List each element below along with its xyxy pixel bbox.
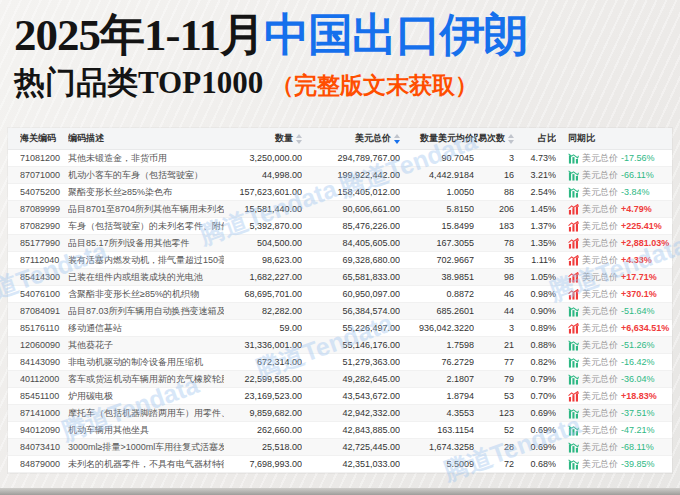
- avg-price-cell: 685.2601: [400, 306, 474, 316]
- yoy-value: +6,634.51%: [621, 323, 669, 333]
- yoy-metric-label: 美元总价: [582, 373, 618, 386]
- share-cell: 1.37%: [514, 221, 556, 231]
- trend-chart-icon: [568, 459, 579, 470]
- table-row: 87084091 品目87.03所列车辆用自动换挡变速箱及其零件 82,282.…: [8, 303, 672, 320]
- description-cell: 其他葵花子: [68, 339, 224, 352]
- share-cell: 0.90%: [514, 306, 556, 316]
- table-row: 71081200 其他未锻造金，非货币用 3,250,000.00 294,78…: [8, 150, 672, 167]
- trade-count-cell: 16: [474, 170, 514, 180]
- share-cell: 0.88%: [514, 340, 556, 350]
- trade-count-cell: 28: [474, 442, 514, 452]
- description-cell: 客车或货运机动车辆用新的充气橡胶轮胎: [68, 373, 224, 386]
- usd-total-cell: 56,384,574.00: [302, 306, 400, 316]
- hs-code-cell: 40112000: [20, 374, 68, 384]
- trend-chart-icon: [568, 323, 579, 334]
- yoy-metric-label: 美元总价: [582, 152, 618, 165]
- quantity-cell: 82,282.00: [224, 306, 302, 316]
- hs-code-cell: 87089999: [20, 204, 68, 214]
- column-header-usd-total[interactable]: 美元总价: [302, 132, 400, 145]
- yoy-value: +18.83%: [621, 391, 657, 401]
- quantity-cell: 22,599,585.00: [224, 374, 302, 384]
- usd-total-cell: 42,942,332.00: [302, 408, 400, 418]
- yoy-value: -37.51%: [621, 408, 655, 418]
- title-cta-note: （完整版文末获取）: [271, 73, 478, 98]
- trend-chart-icon: [568, 357, 579, 368]
- quantity-cell: 25,518.00: [224, 442, 302, 452]
- yoy-metric-label: 美元总价: [582, 305, 618, 318]
- yoy-cell: 美元总价 -51.26%: [556, 339, 664, 352]
- description-cell: 机动小客车的车身（包括驾驶室）: [68, 169, 224, 182]
- description-cell: 车身（包括驾驶室）的未列名零件、附件: [68, 220, 224, 233]
- trade-count-cell: 21: [474, 340, 514, 350]
- quantity-cell: 7,698,993.00: [224, 459, 302, 469]
- yoy-metric-label: 美元总价: [582, 356, 618, 369]
- usd-total-cell: 49,282,645.00: [302, 374, 400, 384]
- column-header-trade-count[interactable]: 贸易次数: [474, 132, 514, 145]
- hs-code-cell: 84879000: [20, 459, 68, 469]
- trade-count-cell: 79: [474, 374, 514, 384]
- yoy-cell: 美元总价 -39.85%: [556, 458, 664, 471]
- table-row: 84073410 3000ml≥排量>1000ml车用往复式活塞发动机 25,5…: [8, 439, 672, 456]
- hs-code-cell: 87141000: [20, 408, 68, 418]
- avg-price-cell: 15.8499: [400, 221, 474, 231]
- table-row: 84879000 未列名的机器零件，不具有电气器材特征的 7,698,993.0…: [8, 456, 672, 473]
- avg-price-cell: 2.1807: [400, 374, 474, 384]
- page-title-line2: 热门品类TOP1000 （完整版文末获取）: [14, 66, 680, 100]
- usd-total-cell: 55,226,497.00: [302, 323, 400, 333]
- trend-chart-icon: [568, 340, 579, 351]
- trade-count-cell: 35: [474, 255, 514, 265]
- table-row: 40112000 客车或货运机动车辆用新的充气橡胶轮胎 22,599,585.0…: [8, 371, 672, 388]
- hs-code-cell: 84073410: [20, 442, 68, 452]
- trend-chart-icon: [568, 221, 579, 232]
- table-row: 85414300 已装在组件内或组装成块的光电池 1,682,227.00 65…: [8, 269, 672, 286]
- avg-price-cell: 163.1154: [400, 425, 474, 435]
- yoy-metric-label: 美元总价: [582, 407, 618, 420]
- trend-chart-icon: [568, 187, 579, 198]
- yoy-value: +2,881.03%: [621, 238, 669, 248]
- yoy-metric-label: 美元总价: [582, 339, 618, 352]
- trade-count-cell: 183: [474, 221, 514, 231]
- trend-chart-icon: [568, 238, 579, 249]
- usd-total-cell: 42,843,885.00: [302, 425, 400, 435]
- table-row: 84143090 非电动机驱动的制冷设备用压缩机 672,314.00 51,2…: [8, 354, 672, 371]
- yoy-cell: 美元总价 +6,634.51%: [556, 322, 664, 335]
- quantity-cell: 5,392,870.00: [224, 221, 302, 231]
- yoy-cell: 美元总价 +225.41%: [556, 220, 664, 233]
- table-row: 85177990 品目85.17所列设备用其他零件 504,500.00 84,…: [8, 235, 672, 252]
- table-row: 85176110 移动通信基站 59.00 55,226,497.00 936,…: [8, 320, 672, 337]
- yoy-cell: 美元总价 +370.1%: [556, 288, 664, 301]
- hs-code-cell: 94012090: [20, 425, 68, 435]
- trade-count-cell: 78: [474, 238, 514, 248]
- usd-total-cell: 85,476,226.00: [302, 221, 400, 231]
- yoy-value: -68.11%: [621, 442, 654, 452]
- trend-chart-icon: [568, 425, 579, 436]
- yoy-metric-label: 美元总价: [582, 254, 618, 267]
- description-cell: 未列名的机器零件，不具有电气器材特征的: [68, 458, 224, 471]
- table-row: 12060090 其他葵花子 31,336,001.00 55,146,176.…: [8, 337, 672, 354]
- trade-count-cell: 77: [474, 357, 514, 367]
- trade-count-cell: 3: [474, 153, 514, 163]
- trend-chart-icon: [568, 374, 579, 385]
- table-row: 85451100 炉用碳电极 23,169,523.00 43,543,672.…: [8, 388, 672, 405]
- trade-count-cell: 88: [474, 187, 514, 197]
- avg-price-cell: 38.9851: [400, 272, 474, 282]
- yoy-cell: 美元总价 +17.71%: [556, 271, 664, 284]
- quantity-cell: 9,859,682.00: [224, 408, 302, 418]
- table-row: 87071000 机动小客车的车身（包括驾驶室） 44,998.00 199,9…: [8, 167, 672, 184]
- yoy-value: -51.26%: [621, 340, 655, 350]
- trend-chart-icon: [568, 204, 579, 215]
- yoy-metric-label: 美元总价: [582, 424, 618, 437]
- hs-code-cell: 87112040: [20, 255, 68, 265]
- trend-chart-icon: [568, 170, 579, 181]
- avg-price-cell: 702.9667: [400, 255, 474, 265]
- description-cell: 聚酯变形长丝≥85%染色布: [68, 186, 224, 199]
- yoy-value: -51.64%: [621, 306, 655, 316]
- column-header-quantity[interactable]: 数量: [224, 132, 302, 145]
- quantity-cell: 672,314.00: [224, 357, 302, 367]
- trade-count-cell: 72: [474, 459, 514, 469]
- table-row: 94012090 机动车辆用其他坐具 262,660.00 42,843,885…: [8, 422, 672, 439]
- share-cell: 2.54%: [514, 187, 556, 197]
- yoy-metric-label: 美元总价: [582, 203, 618, 216]
- hs-code-cell: 87082990: [20, 221, 68, 231]
- column-header-avg-price: 数量美元均价: [400, 132, 474, 145]
